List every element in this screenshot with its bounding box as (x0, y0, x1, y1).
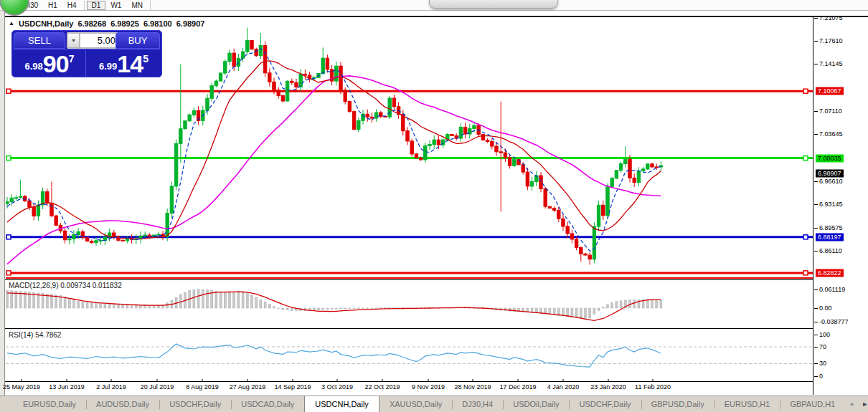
tab-scroll-left-icon[interactable]: ◄ (848, 401, 854, 408)
ohlc-close: 6.98907 (176, 19, 205, 28)
sell-price-sup: 7 (69, 53, 75, 64)
ohlc-open: 6.98268 (77, 19, 106, 28)
toolbar-separator (150, 1, 151, 10)
window-left-border (0, 11, 5, 412)
date-label: 4 Jan 2020 (547, 383, 580, 391)
hline-7.10067[interactable] (6, 89, 813, 93)
chart-tab-USDCHF-Daily[interactable]: USDCHF,Daily (159, 396, 231, 412)
chart-tab-DJ30-H4[interactable]: DJ30,H4 (452, 396, 503, 412)
timeframe-button-MN[interactable]: MN (126, 1, 148, 10)
rsi-tick-70: 70 (819, 343, 826, 350)
chart-symbol-period: USDCNH,Daily (19, 19, 73, 28)
date-axis[interactable]: 25 May 201913 Jun 20192 Jul 201920 Jul 2… (6, 383, 813, 393)
tab-scroll-right-icon[interactable]: ► (862, 401, 868, 408)
timeframe-button-D1[interactable]: D1 (87, 1, 106, 10)
chart-tab-USDCAD-Daily[interactable]: USDCAD,Daily (231, 396, 304, 412)
current-price-label: 6.98907 (816, 170, 844, 178)
price-tick-6.86110: 6.86110 (819, 247, 842, 254)
rsi-tick-0: 0 (819, 373, 823, 380)
panel-border (5, 279, 868, 280)
macd-panel (6, 281, 813, 328)
date-label: 13 Jun 2019 (49, 383, 85, 391)
date-label: 3 Oct 2019 (321, 383, 353, 391)
trading-platform-window: 5M30H1H4D1W1MN ▲ USDCNH,Daily 6.98268 6.… (0, 0, 868, 412)
sell-price-big: 90 (43, 53, 69, 75)
price-tick-6.96610: 6.96610 (819, 178, 843, 185)
date-label: 23 Jan 2020 (590, 383, 626, 391)
rsi-tick-30: 30 (819, 360, 826, 367)
buy-price-display[interactable]: 6.99 14 5 (88, 49, 160, 77)
macd-label: MACD(12,26,9) 0.009734 0.011832 (9, 282, 122, 289)
volume-decrease-button[interactable]: ▼ (67, 33, 80, 48)
chart-tab-USDOil-Daily[interactable]: USDOil,Daily (503, 396, 569, 412)
hline-7.00035[interactable] (6, 156, 813, 161)
hline-price-label-6.88197: 6.88197 (816, 233, 844, 241)
hline-price-label-7.10067: 7.10067 (816, 87, 844, 95)
date-label: 8 Aug 2019 (186, 383, 219, 391)
timeframe-button-W1[interactable]: W1 (105, 1, 126, 10)
macd-tick-0.061119: 0.061119 (819, 286, 845, 293)
buy-price-sup: 5 (143, 53, 148, 64)
sell-price-small: 6.98 (25, 61, 43, 72)
date-label: 25 May 2019 (3, 383, 40, 391)
price-tick-7.21075: 7.21075 (819, 14, 843, 21)
chart-ohlc-header: ▲ USDCNH,Daily 6.98268 6.98925 6.98100 6… (6, 19, 204, 29)
price-tick-7.17610: 7.17610 (819, 37, 843, 44)
date-label: 17 Dec 2019 (499, 383, 536, 391)
macd-tick--0.038777: -0.038777 (819, 318, 849, 325)
sell-price-display[interactable]: 6.98 90 7 (14, 49, 86, 77)
date-label: 14 Sep 2019 (274, 383, 311, 391)
volume-input[interactable]: 5.00 (80, 33, 118, 48)
date-label: 22 Oct 2019 (364, 383, 400, 391)
date-label: 2 Jul 2019 (96, 383, 126, 391)
buy-price-big: 14 (117, 53, 143, 75)
date-label: 9 Nov 2019 (412, 383, 445, 391)
price-axis[interactable]: 7.210757.176107.141457.071107.036456.966… (813, 17, 868, 395)
chart-tab-GBPUSD-Daily[interactable]: GBPUSD,Daily (641, 396, 714, 412)
price-tick-7.07110: 7.07110 (819, 107, 842, 115)
date-label: 20 Jul 2019 (141, 383, 174, 391)
chart-tab-USDCHF-Daily[interactable]: USDCHF,Daily (570, 396, 641, 412)
rsi-label: RSI(14) 54.7862 (9, 331, 61, 339)
timeframe-button-H1[interactable]: H1 (43, 1, 62, 10)
price-tick-6.93145: 6.93145 (819, 201, 843, 208)
chart-tab-AUDUSD-Daily[interactable]: AUDUSD,Daily (86, 396, 159, 412)
chart-tab-XAUUSD-Daily[interactable]: XAUUSD,Daily (379, 396, 452, 412)
price-tick-6.89575: 6.89575 (819, 224, 843, 231)
hline-price-label-7.00035: 7.00035 (816, 154, 844, 162)
one-click-trade-panel: SELL ▼ 5.00 ▲ BUY 6.98 90 7 6.99 14 5 (11, 30, 162, 77)
toolbar-separator (84, 1, 85, 10)
timeframe-button-H4[interactable]: H4 (62, 1, 82, 10)
date-label: 27 Aug 2019 (230, 383, 266, 391)
chart-tab-EURUSD-Daily[interactable]: EURUSD,Daily (13, 396, 86, 412)
chart-tab-GBPAUD-H1[interactable]: GBPAUD,H1 (780, 396, 845, 412)
rsi-tick-100: 100 (819, 331, 830, 338)
sell-button[interactable]: SELL (14, 32, 65, 49)
panel-border (5, 381, 868, 382)
buy-price-small: 6.99 (99, 61, 117, 72)
overlay-pill (429, 0, 558, 9)
chart-tab-USDCNH-Daily[interactable]: USDCNH,Daily (304, 396, 379, 412)
chart-tab-EURUSD-H1[interactable]: EURUSD,H1 (714, 396, 780, 412)
panel-border (5, 328, 868, 329)
chart-tab-bar: EURUSD,DailyAUDUSD,DailyUSDCHF,DailyUSDC… (0, 396, 868, 412)
hline-price-label-6.82822: 6.82822 (816, 269, 844, 277)
ma-mid-red (7, 61, 661, 239)
rsi-panel (6, 330, 813, 381)
price-tick-7.03645: 7.03645 (819, 130, 843, 138)
date-label: 28 Nov 2019 (454, 383, 491, 391)
hline-6.82822[interactable] (6, 271, 813, 275)
macd-tick-0.00: 0.00 (819, 305, 832, 312)
buy-button[interactable]: BUY (115, 32, 160, 49)
date-label: 11 Feb 2020 (635, 383, 671, 391)
ohlc-high: 6.98925 (110, 19, 139, 28)
collapse-triangle-icon[interactable]: ▲ (9, 20, 14, 27)
ohlc-low: 6.98100 (143, 19, 172, 28)
price-tick-7.14145: 7.14145 (819, 60, 843, 67)
